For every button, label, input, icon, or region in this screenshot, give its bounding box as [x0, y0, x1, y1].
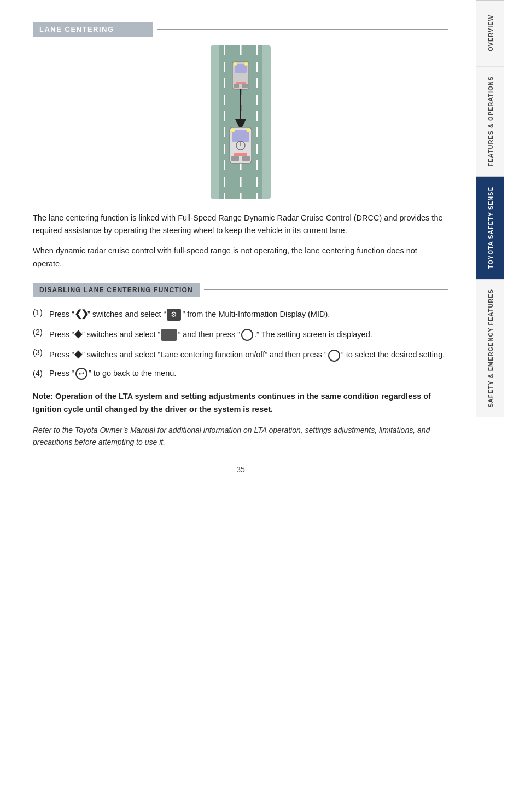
disabling-title: DISABLING LANE CENTERING FUNCTION	[33, 283, 200, 297]
svg-point-17	[231, 129, 235, 132]
sidebar-tab-toyota-safety[interactable]: TOYOTA SAFETY SENSE	[476, 176, 504, 279]
road-diagram-area	[33, 45, 448, 199]
sidebar-tabs: OVERVIEW FEATURES & OPERATIONS TOYOTA SA…	[476, 0, 504, 812]
svg-rect-11	[236, 82, 246, 84]
svg-rect-6	[235, 64, 247, 73]
italic-reference: Refer to the Toyota Owner’s Manual for a…	[33, 424, 448, 449]
step-1: (1) Press “❮❯” switches and select “⚙” f…	[33, 306, 448, 322]
step-2: (2) Press “◆” switches and select “” and…	[33, 326, 448, 343]
header-divider	[158, 29, 448, 30]
step-4-content: Press “↩” to go back to the menu.	[49, 367, 448, 380]
intro-para2: When dynamic radar cruise control with f…	[33, 245, 448, 270]
lane-centering-title: LANE CENTERING	[33, 22, 153, 37]
svg-rect-15	[231, 156, 239, 161]
disabling-header-section: DISABLING LANE CENTERING FUNCTION	[33, 283, 448, 297]
svg-rect-8	[242, 84, 248, 88]
steps-list: (1) Press “❮❯” switches and select “⚙” f…	[33, 306, 448, 380]
svg-point-10	[244, 62, 248, 66]
intro-para1: The lane centering function is linked wi…	[33, 212, 448, 237]
lane-centering-header-section: LANE CENTERING	[33, 22, 448, 37]
note-bold: Note: Operation of the LTA system and se…	[33, 390, 448, 416]
svg-point-18	[247, 129, 250, 132]
step-3-content: Press “◆” switches and select “Lane cent…	[49, 346, 448, 363]
step-4: (4) Press “↩” to go back to the menu.	[33, 367, 448, 380]
svg-rect-19	[234, 153, 247, 156]
step-4-num: (4)	[33, 367, 49, 380]
step-3-num: (3)	[33, 346, 49, 359]
main-content: LANE CENTERING	[0, 0, 476, 812]
svg-point-9	[234, 62, 237, 66]
svg-rect-16	[242, 156, 250, 161]
step-1-content: Press “❮❯” switches and select “⚙” from …	[49, 306, 448, 322]
sub-divider	[204, 289, 448, 290]
page-number: 35	[33, 465, 448, 474]
step-2-content: Press “◆” switches and select “” and the…	[49, 326, 448, 343]
sidebar-tab-overview[interactable]: OVERVIEW	[476, 0, 504, 66]
step-2-num: (2)	[33, 326, 49, 339]
step-1-num: (1)	[33, 306, 49, 320]
step-3: (3) Press “◆” switches and select “Lane …	[33, 346, 448, 363]
sidebar-tab-safety-emergency[interactable]: SAFETY & EMERGENCY FEATURES	[476, 279, 504, 417]
road-diagram-svg	[186, 45, 295, 199]
svg-rect-14	[232, 130, 249, 142]
svg-rect-7	[234, 84, 239, 88]
sidebar-tab-features[interactable]: FEATURES & OPERATIONS	[476, 66, 504, 176]
